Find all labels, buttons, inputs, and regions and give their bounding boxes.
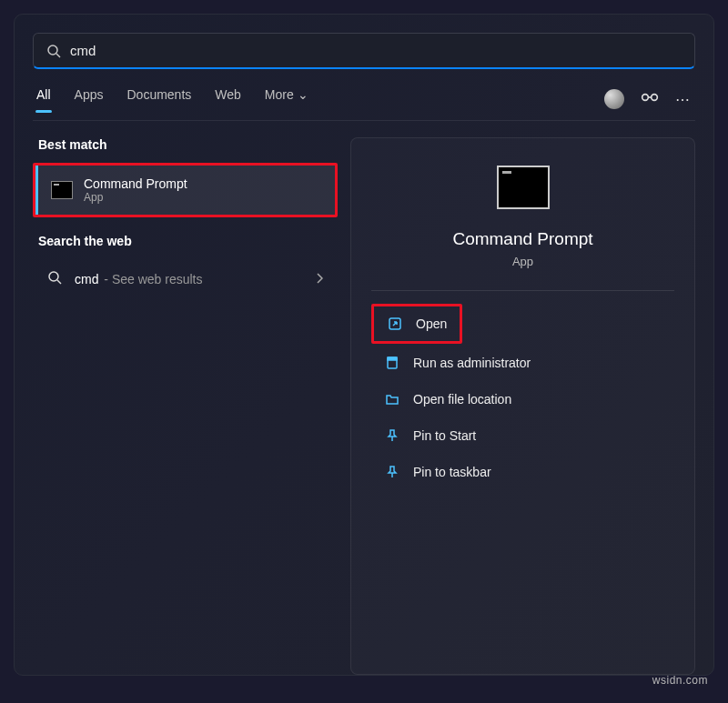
action-open-location-label: Open file location: [413, 392, 511, 407]
preview-subtitle: App: [512, 255, 533, 268]
search-box[interactable]: [33, 33, 695, 69]
tab-more-label: More: [265, 87, 294, 102]
web-result-left: cmd - See web results: [47, 270, 203, 288]
action-list: Open Run as administrator: [371, 304, 674, 489]
shield-icon: [384, 355, 400, 371]
preview-header: Command Prompt App: [371, 166, 674, 268]
chevron-right-icon: [316, 271, 323, 287]
tabs: All Apps Documents Web More⌄: [36, 87, 308, 111]
web-result-item[interactable]: cmd - See web results: [33, 259, 338, 299]
watermark: wsidn.com: [652, 674, 708, 687]
svg-line-1: [56, 54, 60, 57]
command-prompt-icon: [51, 181, 73, 199]
pin-icon: [384, 464, 400, 480]
best-match-texts: Command Prompt App: [84, 176, 187, 204]
search-icon: [47, 270, 62, 288]
svg-point-3: [652, 95, 658, 101]
svg-point-0: [48, 45, 57, 55]
svg-line-6: [57, 280, 61, 284]
search-web-label: Search the web: [38, 234, 338, 248]
user-avatar[interactable]: [604, 89, 624, 109]
pin-icon: [384, 427, 400, 444]
best-match-label: Best match: [38, 137, 338, 152]
best-match-subtitle: App: [84, 191, 187, 204]
best-match-title: Command Prompt: [84, 176, 187, 191]
open-highlight: Open: [371, 304, 462, 344]
search-icon: [46, 44, 61, 58]
svg-point-2: [642, 95, 649, 101]
best-match-item[interactable]: Command Prompt App: [35, 166, 335, 215]
tab-apps[interactable]: Apps: [75, 87, 104, 111]
action-pin-taskbar-label: Pin to taskbar: [413, 465, 491, 479]
action-open-location[interactable]: Open file location: [371, 382, 674, 417]
svg-rect-9: [388, 357, 397, 360]
action-run-admin-label: Run as administrator: [413, 356, 531, 370]
start-search-window: All Apps Documents Web More⌄ ⋯ Best matc…: [14, 14, 714, 676]
preview-pane: Command Prompt App Open: [350, 137, 695, 675]
tab-row: All Apps Documents Web More⌄ ⋯: [33, 87, 695, 121]
action-pin-taskbar[interactable]: Pin to taskbar: [371, 455, 674, 489]
chevron-down-icon: ⌄: [298, 87, 308, 102]
tab-documents[interactable]: Documents: [126, 87, 191, 111]
top-icons: ⋯: [604, 89, 692, 109]
tab-more[interactable]: More⌄: [265, 87, 308, 111]
preview-title: Command Prompt: [452, 229, 592, 249]
divider: [371, 290, 674, 291]
web-result-term: cmd: [75, 272, 98, 286]
action-run-admin[interactable]: Run as administrator: [371, 346, 674, 380]
open-icon: [387, 316, 403, 332]
more-options-icon[interactable]: ⋯: [675, 91, 692, 108]
best-match-highlight: Command Prompt App: [33, 163, 338, 217]
command-prompt-icon: [497, 166, 550, 209]
folder-icon: [384, 391, 400, 407]
svg-point-5: [49, 272, 58, 281]
results-column: Best match Command Prompt App Search the…: [33, 137, 338, 675]
action-open-label: Open: [416, 316, 447, 331]
content-area: Best match Command Prompt App Search the…: [33, 121, 695, 675]
tab-web[interactable]: Web: [215, 87, 241, 111]
link-icon[interactable]: [641, 90, 659, 108]
tab-all[interactable]: All: [36, 87, 51, 111]
action-pin-start-label: Pin to Start: [413, 428, 476, 443]
action-pin-start[interactable]: Pin to Start: [371, 418, 674, 453]
web-result-hint: - See web results: [100, 272, 202, 286]
search-input[interactable]: [70, 43, 682, 58]
action-open[interactable]: Open: [374, 306, 460, 341]
